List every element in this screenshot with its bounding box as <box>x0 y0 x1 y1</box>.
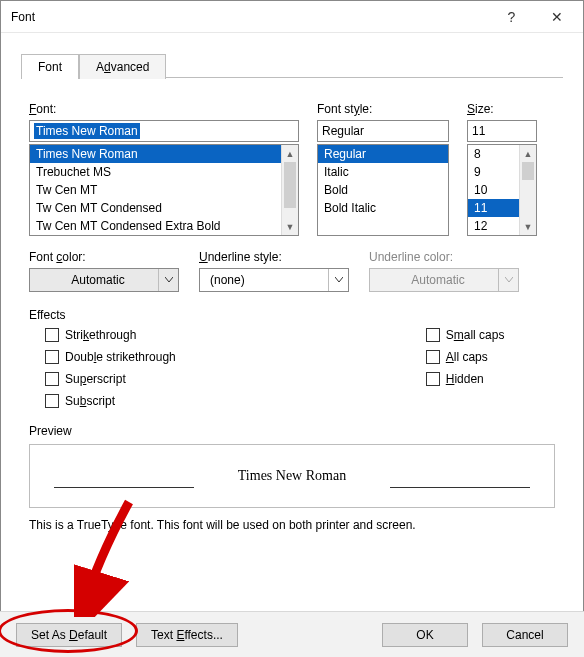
superscript-checkbox[interactable]: Superscript <box>45 372 176 386</box>
all-caps-checkbox[interactable]: All caps <box>426 350 505 364</box>
list-item[interactable]: Tw Cen MT Condensed Extra Bold <box>30 217 298 235</box>
preview-label: Preview <box>29 424 555 438</box>
strikethrough-checkbox[interactable]: Strikethrough <box>45 328 176 342</box>
scrollbar[interactable]: ▲ ▼ <box>281 145 298 235</box>
font-note: This is a TrueType font. This font will … <box>29 518 555 532</box>
dialog-footer: Set As Default Text Effects... OK Cancel <box>0 611 584 657</box>
font-style-label: Font style: <box>317 102 449 116</box>
font-listbox[interactable]: Times New Roman Trebuchet MS Tw Cen MT T… <box>29 144 299 236</box>
set-as-default-button[interactable]: Set As Default <box>16 623 122 647</box>
list-item[interactable]: Italic <box>318 163 448 181</box>
scroll-up-icon[interactable]: ▲ <box>282 145 298 162</box>
size-label: Size: <box>467 102 537 116</box>
scrollbar[interactable]: ▲ ▼ <box>519 145 536 235</box>
list-item[interactable]: Bold <box>318 181 448 199</box>
tab-advanced[interactable]: Advanced <box>79 54 166 79</box>
effects-label: Effects <box>29 308 555 322</box>
cancel-button[interactable]: Cancel <box>482 623 568 647</box>
close-button[interactable]: ✕ <box>534 2 579 32</box>
preview-box: Times New Roman <box>29 444 555 508</box>
list-item[interactable]: Tw Cen MT <box>30 181 298 199</box>
text-effects-button[interactable]: Text Effects... <box>136 623 238 647</box>
scroll-up-icon[interactable]: ▲ <box>520 145 536 162</box>
tab-font[interactable]: Font <box>21 54 79 79</box>
double-strikethrough-checkbox[interactable]: Double strikethrough <box>45 350 176 364</box>
underline-color-label: Underline color: <box>369 250 519 264</box>
titlebar: Font ? ✕ <box>1 1 583 33</box>
hidden-checkbox[interactable]: Hidden <box>426 372 505 386</box>
list-item[interactable]: Trebuchet MS <box>30 163 298 181</box>
font-style-input[interactable]: Regular <box>317 120 449 142</box>
size-input[interactable]: 11 <box>467 120 537 142</box>
chevron-down-icon <box>158 269 178 291</box>
font-label: Font: <box>29 102 299 116</box>
scroll-thumb[interactable] <box>284 162 296 208</box>
preview-text: Times New Roman <box>238 468 346 484</box>
underline-color-dropdown: Automatic <box>369 268 519 292</box>
ok-button[interactable]: OK <box>382 623 468 647</box>
small-caps-checkbox[interactable]: Small caps <box>426 328 505 342</box>
chevron-down-icon <box>328 269 348 291</box>
scroll-down-icon[interactable]: ▼ <box>282 218 298 235</box>
scroll-down-icon[interactable]: ▼ <box>520 218 536 235</box>
chevron-down-icon <box>498 269 518 291</box>
font-dialog: Font ? ✕ Font Advanced Font: Times New R… <box>0 0 584 657</box>
subscript-checkbox[interactable]: Subscript <box>45 394 176 408</box>
list-item[interactable]: Bold Italic <box>318 199 448 217</box>
list-item[interactable]: Regular <box>318 145 448 163</box>
list-item[interactable]: Times New Roman <box>30 145 298 163</box>
window-title: Font <box>11 10 35 24</box>
underline-style-dropdown[interactable]: (none) <box>199 268 349 292</box>
underline-style-label: Underline style: <box>199 250 349 264</box>
list-item[interactable]: Tw Cen MT Condensed <box>30 199 298 217</box>
scroll-thumb[interactable] <box>522 162 534 180</box>
help-button[interactable]: ? <box>489 2 534 32</box>
size-listbox[interactable]: 8 9 10 11 12 ▲ ▼ <box>467 144 537 236</box>
font-style-listbox[interactable]: Regular Italic Bold Bold Italic <box>317 144 449 236</box>
font-color-dropdown[interactable]: Automatic <box>29 268 179 292</box>
font-color-label: Font color: <box>29 250 179 264</box>
font-input[interactable]: Times New Roman <box>29 120 299 142</box>
